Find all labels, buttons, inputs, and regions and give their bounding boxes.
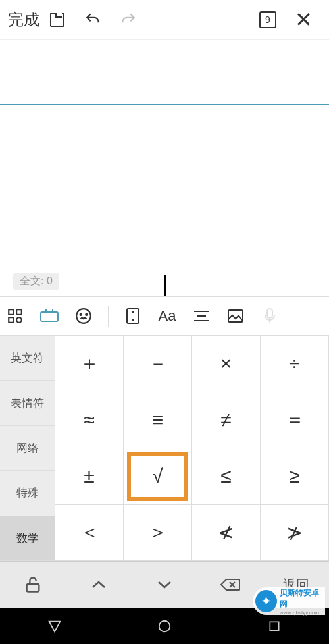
symbol-key[interactable]: ≠: [192, 392, 261, 449]
svg-point-3: [16, 317, 22, 323]
symbol-key[interactable]: ≡: [124, 392, 192, 449]
content-input-area[interactable]: 全文: 0: [0, 105, 329, 296]
emoji-icon[interactable]: [74, 306, 93, 326]
svg-point-6: [80, 314, 82, 315]
symbol-key[interactable]: ≈: [55, 392, 124, 449]
svg-point-9: [132, 311, 134, 313]
collapse-down-button[interactable]: [132, 579, 197, 590]
symbol-key[interactable]: ≯: [261, 505, 329, 562]
watermark-logo-icon: ✦: [255, 590, 277, 612]
image-icon[interactable]: [226, 306, 245, 326]
undo-button[interactable]: [75, 2, 111, 38]
redo-button: [111, 2, 146, 38]
svg-rect-0: [9, 309, 14, 315]
close-icon: ✕: [295, 7, 313, 32]
nav-home-button[interactable]: [155, 616, 174, 636]
svg-point-17: [159, 620, 170, 631]
symbol-key[interactable]: ＋: [55, 336, 124, 392]
lock-button[interactable]: [0, 576, 66, 594]
category-network[interactable]: 网络: [0, 426, 55, 471]
font-icon[interactable]: Aa: [157, 306, 177, 326]
svg-point-7: [86, 314, 87, 315]
nav-back-button[interactable]: [45, 616, 64, 636]
text-cursor: [164, 275, 166, 296]
save-button[interactable]: [39, 2, 75, 38]
svg-rect-14: [228, 310, 243, 322]
close-button[interactable]: ✕: [286, 2, 321, 38]
symbol-key[interactable]: ×: [192, 336, 261, 392]
category-math[interactable]: 数学: [0, 516, 55, 561]
page-indicator[interactable]: 9: [250, 2, 286, 38]
svg-rect-16: [27, 584, 39, 592]
collapse-up-button[interactable]: [66, 579, 132, 590]
nav-recent-button[interactable]: [265, 616, 284, 636]
category-english[interactable]: 英文符: [0, 336, 55, 381]
svg-point-5: [76, 309, 91, 323]
symbol-category-list: 英文符 表情符 网络 特殊 数学: [0, 336, 55, 561]
symbol-key[interactable]: ±: [55, 448, 124, 505]
title-input-area[interactable]: [0, 40, 329, 105]
watermark-title: 贝斯特安卓网: [280, 587, 325, 610]
apps-icon[interactable]: [5, 306, 25, 326]
svg-rect-4: [41, 312, 58, 321]
symbol-key[interactable]: ÷: [261, 336, 329, 392]
symbol-key[interactable]: ＜: [55, 505, 124, 562]
symbol-grid: ＋ － × ÷ ≈ ≡ ≠ ＝ ± √ ≤ ≥ ＜ ＞ ≮ ≯: [55, 336, 329, 561]
mic-icon[interactable]: [260, 306, 280, 326]
keyboard-icon[interactable]: [39, 306, 59, 326]
svg-point-10: [132, 319, 134, 321]
category-special[interactable]: 特殊: [0, 471, 55, 516]
align-icon[interactable]: [191, 306, 211, 326]
svg-rect-2: [9, 317, 14, 323]
done-button[interactable]: 完成: [8, 9, 39, 30]
text-count-badge: 全文: 0: [13, 273, 59, 290]
svg-rect-15: [267, 309, 272, 318]
symbol-key[interactable]: ≤: [192, 448, 261, 505]
symbol-key-sqrt[interactable]: √: [124, 448, 192, 505]
symbol-key[interactable]: ＞: [124, 505, 192, 562]
symbol-key[interactable]: ≮: [192, 505, 261, 562]
format-toolbar: Aa: [0, 296, 329, 336]
watermark: ✦ 贝斯特安卓网 www.zjbstyy.com: [253, 587, 325, 615]
watermark-url: www.zjbstyy.com: [280, 610, 325, 616]
fullscreen-icon[interactable]: [123, 306, 143, 326]
symbol-key[interactable]: ≥: [261, 448, 329, 505]
symbol-key[interactable]: －: [124, 336, 192, 392]
floppy-icon: [50, 13, 64, 27]
symbol-key[interactable]: ＝: [261, 392, 329, 449]
category-emoji[interactable]: 表情符: [0, 381, 55, 425]
svg-rect-1: [16, 309, 22, 315]
backspace-button[interactable]: [197, 577, 263, 593]
svg-rect-18: [270, 622, 278, 630]
